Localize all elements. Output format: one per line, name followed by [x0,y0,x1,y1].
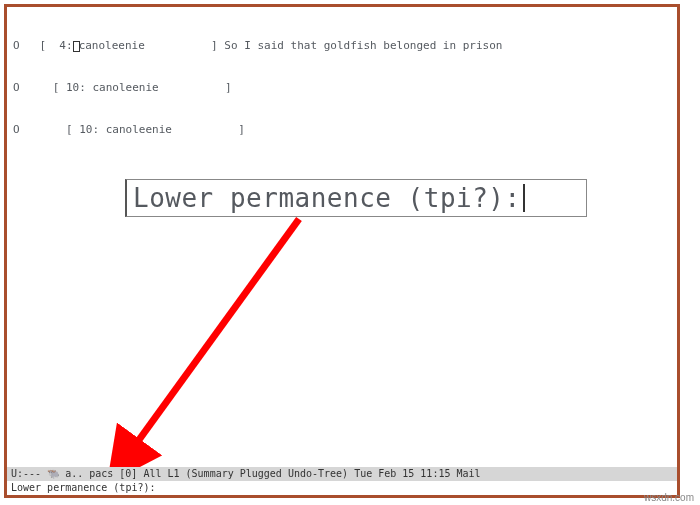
thread-author: canoleenie [99,123,238,136]
bracket-close: ] [238,123,245,136]
thread-count: 10: [73,123,100,136]
mode-line[interactable]: U:--- 🐃 a.. pacs [0] All L1 (Summary Plu… [7,467,677,481]
emacs-frame: O [ 4:canoleenie ] So I said that goldfi… [4,4,680,498]
magnified-minibuffer-callout: Lower permanence (tpi?): [125,179,587,217]
thread-count: 10: [59,81,86,94]
magnified-cursor [523,184,525,212]
bracket-close: ] [225,81,232,94]
thread-author: canoleenie [86,81,225,94]
thread-author: canoleenie [79,39,211,52]
watermark: wsxdn.com [644,492,694,503]
thread-flag: O [13,81,20,94]
svg-line-0 [115,219,299,473]
bracket-open: [ [66,123,73,136]
thread-subject: So I said that goldfish belonged in pris… [218,39,503,52]
thread-count: 4: [46,39,73,52]
thread-flag: O [13,123,20,136]
thread-row-3[interactable]: O [ 10: canoleenie ] [13,123,671,137]
thread-row-1[interactable]: O [ 4:canoleenie ] So I said that goldfi… [13,39,671,53]
minibuffer[interactable]: Lower permanence (tpi?): [7,481,677,495]
bracket-close: ] [211,39,218,52]
thread-row-2[interactable]: O [ 10: canoleenie ] [13,81,671,95]
magnified-prompt-text: Lower permanence (tpi?): [133,183,521,213]
thread-flag: O [13,39,20,52]
mode-line-text: U:--- 🐃 a.. pacs [0] All L1 (Summary Plu… [11,468,481,479]
minibuffer-prompt: Lower permanence (tpi?): [11,482,156,493]
thread-summary-buffer[interactable]: O [ 4:canoleenie ] So I said that goldfi… [7,7,677,165]
